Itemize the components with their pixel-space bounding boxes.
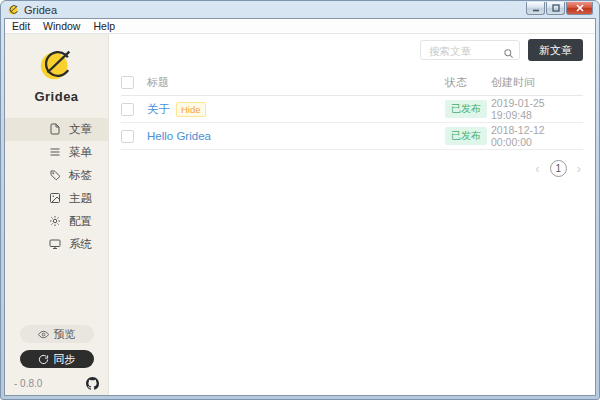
sidebar-item-config[interactable]: 配置 <box>5 210 108 233</box>
sync-button[interactable]: 同步 <box>20 350 94 368</box>
maximize-button[interactable] <box>546 2 565 15</box>
search-icon[interactable] <box>503 45 514 63</box>
sidebar-item-label: 文章 <box>69 122 92 137</box>
app-name: Gridea <box>5 89 108 104</box>
version-label: - 0.8.0 <box>14 378 42 389</box>
sidebar-item-label: 菜单 <box>69 145 92 160</box>
page-number[interactable]: 1 <box>550 160 567 177</box>
sidebar-item-theme[interactable]: 主题 <box>5 187 108 210</box>
sidebar-bottom: 预览 同步 - 0.8.0 <box>5 325 108 395</box>
gear-icon <box>49 215 61 229</box>
main-content: 新文章 标题 状态 创建时间 关于 <box>109 34 595 395</box>
status-badge: 已发布 <box>445 127 487 145</box>
hide-tag: Hide <box>176 102 206 117</box>
gridea-logo-icon <box>38 68 76 85</box>
sidebar-item-label: 配置 <box>69 214 92 229</box>
next-page-arrow[interactable]: › <box>577 162 581 175</box>
menu-icon <box>49 146 61 160</box>
sidebar-item-label: 系统 <box>69 237 92 252</box>
preview-label: 预览 <box>54 327 76 342</box>
app-window: Gridea Edit Window Help <box>0 0 600 400</box>
select-all-checkbox[interactable] <box>121 76 134 89</box>
sidebar-item-label: 标签 <box>69 168 92 183</box>
toolbar: 新文章 <box>121 39 583 61</box>
logo-block: Gridea <box>5 44 108 104</box>
menu-help[interactable]: Help <box>93 20 115 32</box>
prev-page-arrow[interactable]: ‹ <box>535 162 539 175</box>
eye-icon <box>38 329 49 340</box>
menu-edit[interactable]: Edit <box>12 20 30 32</box>
menubar: Edit Window Help <box>5 19 595 34</box>
row-checkbox[interactable] <box>121 103 134 116</box>
column-title: 标题 <box>147 75 445 90</box>
client-area: Edit Window Help Gridea <box>4 18 596 396</box>
pagination: ‹ 1 › <box>121 160 583 177</box>
column-created: 创建时间 <box>491 75 583 90</box>
sidebar-footer: - 0.8.0 <box>5 375 108 390</box>
table-row: Hello Gridea 已发布 2018-12-12 00:00:00 <box>121 123 583 150</box>
titlebar[interactable]: Gridea <box>1 1 599 17</box>
github-icon[interactable] <box>86 377 99 390</box>
sidebar-nav: 文章 菜单 标签 主题 <box>5 118 108 256</box>
column-status: 状态 <box>445 75 491 90</box>
sidebar-item-label: 主题 <box>69 191 92 206</box>
created-time: 2018-12-12 00:00:00 <box>491 124 583 148</box>
article-title-link[interactable]: Hello Gridea <box>147 130 211 142</box>
window-title: Gridea <box>24 4 57 16</box>
close-button[interactable] <box>566 2 593 15</box>
menu-window[interactable]: Window <box>43 20 80 32</box>
minimize-button[interactable] <box>526 2 545 15</box>
monitor-icon <box>49 238 61 252</box>
file-icon <box>49 123 61 137</box>
screen: Gridea Edit Window Help <box>0 0 600 400</box>
row-checkbox[interactable] <box>121 130 134 143</box>
tag-icon <box>49 169 61 183</box>
table-row: 关于 Hide 已发布 2019-01-25 19:09:48 <box>121 96 583 123</box>
sidebar-item-system[interactable]: 系统 <box>5 233 108 256</box>
article-title-link[interactable]: 关于 <box>147 102 170 117</box>
sidebar-item-tags[interactable]: 标签 <box>5 164 108 187</box>
preview-button[interactable]: 预览 <box>20 325 94 343</box>
app-logo-icon <box>8 4 19 15</box>
image-icon <box>49 192 61 206</box>
new-article-button[interactable]: 新文章 <box>528 39 583 61</box>
table-header-row: 标题 状态 创建时间 <box>121 69 583 96</box>
status-badge: 已发布 <box>445 100 487 118</box>
sidebar-item-menu[interactable]: 菜单 <box>5 141 108 164</box>
articles-table: 标题 状态 创建时间 关于 Hide 已发布 2019-01-25 19:09: <box>121 69 583 150</box>
created-time: 2019-01-25 19:09:48 <box>491 97 583 121</box>
sidebar: Gridea 文章 菜单 标签 <box>5 34 109 395</box>
search-box <box>420 40 520 60</box>
sync-label: 同步 <box>54 352 76 367</box>
window-controls <box>525 2 593 15</box>
sync-icon <box>38 354 49 365</box>
sidebar-item-articles[interactable]: 文章 <box>5 118 108 141</box>
